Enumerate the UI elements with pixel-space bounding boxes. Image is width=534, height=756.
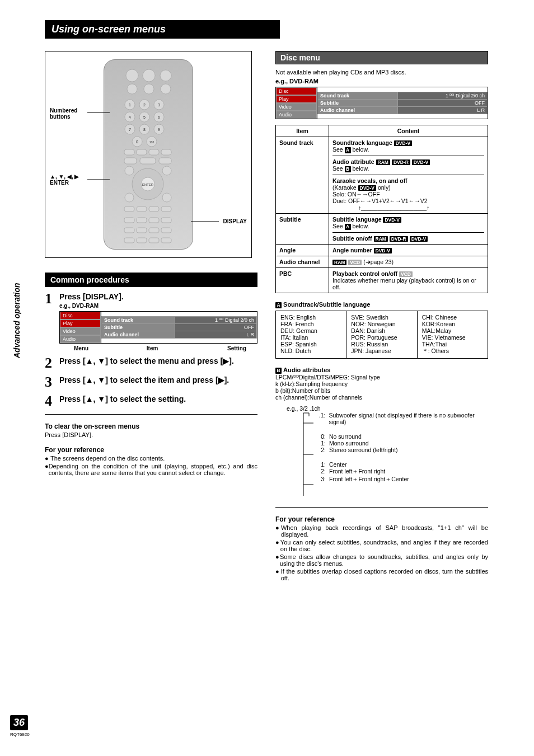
svg-rect-45 xyxy=(161,238,171,243)
svg-text:3: 3 xyxy=(158,103,160,107)
svg-rect-18 xyxy=(137,149,147,155)
osd-tab-disc: Disc xyxy=(60,312,101,320)
channel-example: e.g., 3/2 .1ch .1:Subwoofer signal (not … xyxy=(275,405,488,501)
disc-content-table: ItemContent Sound track Soundtrack langu… xyxy=(275,125,488,293)
svg-text:4: 4 xyxy=(129,115,131,119)
step-2: 2 Press [▲, ▼] to select the menu and pr… xyxy=(45,356,257,370)
reference-bullet: ●Some discs allow changes to soundtracks… xyxy=(275,553,488,567)
section-b: B Audio attributes xyxy=(275,367,488,374)
svg-point-27 xyxy=(162,166,171,175)
osd-menu-example: Disc Play Video Audio Sound track1 ᴰᴰ Di… xyxy=(59,311,257,344)
osd-tab-play: Play xyxy=(60,320,101,327)
svg-rect-34 xyxy=(124,218,134,223)
osd-row-label: Sound track xyxy=(102,317,175,324)
step-text: Press [▲, ▼] to select the item and pres… xyxy=(59,375,257,385)
svg-text:1: 1 xyxy=(129,103,131,107)
svg-point-2 xyxy=(160,70,171,81)
svg-rect-21 xyxy=(124,158,137,164)
svg-rect-17 xyxy=(124,149,134,155)
svg-rect-22 xyxy=(140,158,156,164)
th-item: Item xyxy=(276,125,329,137)
reference-heading: For your reference xyxy=(45,446,257,454)
svg-text:7: 7 xyxy=(129,128,131,132)
disc-note: Not available when playing CDs and MP3 d… xyxy=(275,69,488,76)
svg-text:ENTER: ENTER xyxy=(142,183,154,186)
callout-display: DISPLAY xyxy=(223,218,247,224)
cell-item: PBC xyxy=(276,268,329,293)
language-col: ENG: EnglishFRA: FrenchDEU: German ITA: … xyxy=(276,311,346,358)
cell-item: Angle xyxy=(276,245,329,256)
cell-content: RAM VCD (➜page 23) xyxy=(329,256,488,268)
osd-tab-audio: Audio xyxy=(60,335,101,343)
svg-rect-39 xyxy=(137,228,147,233)
language-col: CHI: ChineseKOR:KoreanMAL:Malay VIE: Vie… xyxy=(418,311,488,358)
svg-rect-32 xyxy=(149,206,159,212)
reference-bullet: ●If the subtitles overlap closed caption… xyxy=(275,568,488,581)
callout-arrows-enter: ▲, ▼, ◀, ▶ ENTER xyxy=(50,173,79,186)
svg-rect-37 xyxy=(161,218,171,223)
content-columns: 123 456 789 0100 ENTER Numbered buttons … xyxy=(45,51,500,583)
disc-menu-heading: Disc menu xyxy=(275,51,488,64)
svg-rect-44 xyxy=(149,238,159,243)
svg-rect-42 xyxy=(124,238,134,243)
svg-text:9: 9 xyxy=(158,128,160,132)
svg-point-5 xyxy=(161,84,171,94)
osd-label-setting: Setting xyxy=(227,345,246,351)
cell-item: Audio channel xyxy=(276,256,329,268)
side-label: Advanced operation xyxy=(12,283,21,358)
osd-row-label: Audio channel xyxy=(102,331,175,339)
svg-rect-35 xyxy=(137,218,147,223)
cell-item: Subtitle xyxy=(276,214,329,245)
svg-point-26 xyxy=(125,166,134,175)
svg-point-3 xyxy=(127,84,137,94)
osd-tab-play: Play xyxy=(276,95,317,103)
remote-illustration: 123 456 789 0100 ENTER Numbered buttons … xyxy=(45,51,252,258)
divider xyxy=(275,507,488,508)
osd-label-menu: Menu xyxy=(74,345,88,351)
audio-attributes: LPCM/ᴰᴰDigital/DTS/MPEG: Signal type k (… xyxy=(275,374,488,401)
callout-numbered-buttons: Numbered buttons xyxy=(50,107,77,120)
step-text: Press [▲, ▼] to select the setting. xyxy=(59,394,257,404)
svg-point-0 xyxy=(126,69,138,82)
common-procedures-heading: Common procedures xyxy=(45,273,257,287)
step-number: 1 xyxy=(45,292,59,306)
step-number: 2 xyxy=(45,356,59,370)
step-1: 1 Press [DISPLAY]. e.g., DVD-RAM Disc Pl… xyxy=(45,292,257,351)
th-content: Content xyxy=(329,125,488,137)
example-label: e.g., 3/2 .1ch xyxy=(287,405,488,412)
step-number: 4 xyxy=(45,394,59,408)
osd-menu-example-2: Disc Play Video Audio Sound track1 ᴰᴰ Di… xyxy=(275,87,488,119)
remote-body: 123 456 789 0100 ENTER xyxy=(104,59,193,250)
osd-tab-disc: Disc xyxy=(276,87,317,95)
section-b-heading: Audio attributes xyxy=(283,367,330,373)
step-text: Press [▲, ▼] to select the menu and pres… xyxy=(59,356,257,366)
cell-content: Playback control on/off VCD Indicates wh… xyxy=(329,268,488,293)
step-4: 4 Press [▲, ▼] to select the setting. xyxy=(45,394,257,408)
svg-point-4 xyxy=(144,84,154,94)
step-text: Press [DISPLAY]. xyxy=(59,292,257,302)
cell-content: Soundtrack language DVD-V See A below. A… xyxy=(329,137,488,214)
svg-text:5: 5 xyxy=(143,115,146,119)
svg-rect-43 xyxy=(137,238,147,243)
step-3: 3 Press [▲, ▼] to select the item and pr… xyxy=(45,375,257,389)
osd-row-val: OFF xyxy=(175,324,257,331)
osd-row-val: L R xyxy=(175,331,257,339)
svg-text:100: 100 xyxy=(149,140,154,144)
reference-text: Depending on the condition of the unit (… xyxy=(49,463,257,476)
language-table: ENG: EnglishFRA: FrenchDEU: German ITA: … xyxy=(275,311,488,359)
svg-rect-41 xyxy=(161,228,171,233)
clear-body: Press [DISPLAY]. xyxy=(45,431,257,438)
svg-rect-23 xyxy=(159,158,171,164)
reference-bullet: ●When playing back recordings of SAP bro… xyxy=(275,524,488,538)
reference-bullet: ●The screens depend on the disc contents… xyxy=(45,455,257,462)
page-reference: RQT6920 xyxy=(10,732,30,737)
osd-labels: Menu Item Setting xyxy=(59,345,257,351)
svg-rect-20 xyxy=(161,149,171,155)
page-title: Using on-screen menus xyxy=(45,20,280,39)
svg-rect-30 xyxy=(124,206,134,212)
osd-tab-video: Video xyxy=(60,327,101,335)
right-column: Disc menu Not available when playing CDs… xyxy=(275,51,488,583)
section-a-heading: Soundtrack/Subtitle language xyxy=(283,301,370,308)
disc-example-label: e.g., DVD-RAM xyxy=(275,78,488,84)
svg-rect-33 xyxy=(161,206,171,212)
